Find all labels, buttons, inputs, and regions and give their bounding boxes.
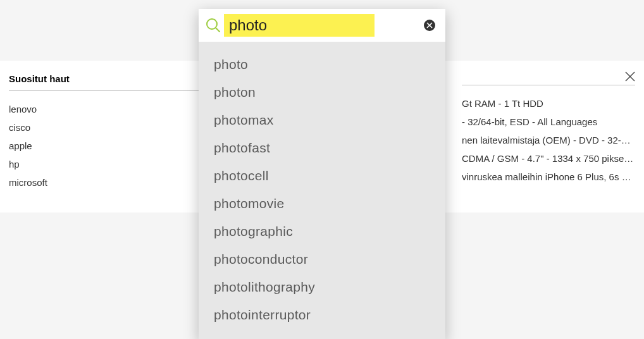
suggestion-item[interactable]: photo xyxy=(199,51,445,78)
suggestion-item[interactable]: photolithography xyxy=(199,273,445,301)
suggestion-list: photo photon photomax photofast photocel… xyxy=(199,42,445,339)
product-item[interactable]: CDMA / GSM - 4.7" - 1334 x 750 pikseli… xyxy=(462,149,635,168)
suggestion-item[interactable]: photocell xyxy=(199,162,445,190)
product-list: Gt RAM - 1 Tt HDD - 32/64-bit, ESD - All… xyxy=(462,94,635,186)
popular-item[interactable]: microsoft xyxy=(9,173,199,192)
product-item[interactable]: Gt RAM - 1 Tt HDD xyxy=(462,94,635,113)
search-icon xyxy=(205,17,221,34)
divider xyxy=(462,73,635,85)
svg-line-3 xyxy=(216,28,220,32)
clear-icon[interactable] xyxy=(424,20,435,31)
search-overlay: photo photon photomax photofast photocel… xyxy=(199,9,445,339)
product-results: Gt RAM - 1 Tt HDD - 32/64-bit, ESD - All… xyxy=(462,73,635,186)
popular-item[interactable]: apple xyxy=(9,137,199,155)
popular-searches: Suositut haut lenovo cisco apple hp micr… xyxy=(9,73,199,192)
product-item[interactable]: nen laitevalmistaja (OEM) - DVD - 32-bit… xyxy=(462,131,635,149)
search-input[interactable] xyxy=(224,14,375,37)
suggestion-item[interactable]: photofast xyxy=(199,134,445,162)
search-input-wrap xyxy=(224,14,375,37)
suggestion-item[interactable]: photon xyxy=(199,78,445,106)
search-bar xyxy=(199,9,445,42)
popular-item[interactable]: cisco xyxy=(9,118,199,137)
product-item[interactable]: vinruskea malleihin iPhone 6 Plus, 6s Pl… xyxy=(462,168,635,186)
popular-item[interactable]: lenovo xyxy=(9,100,199,118)
suggestion-item[interactable]: photointerruptor xyxy=(199,301,445,329)
popular-list: lenovo cisco apple hp microsoft xyxy=(9,100,199,192)
product-item[interactable]: - 32/64-bit, ESD - All Languages xyxy=(462,113,635,131)
suggestion-item[interactable]: photoconductor xyxy=(199,245,445,273)
popular-heading: Suositut haut xyxy=(9,73,199,91)
suggestion-item[interactable]: photomax xyxy=(199,106,445,134)
suggestion-item[interactable]: photomovie xyxy=(199,190,445,218)
suggestion-item[interactable]: photographic xyxy=(199,218,445,245)
popular-item[interactable]: hp xyxy=(9,155,199,173)
close-icon[interactable] xyxy=(625,71,635,83)
